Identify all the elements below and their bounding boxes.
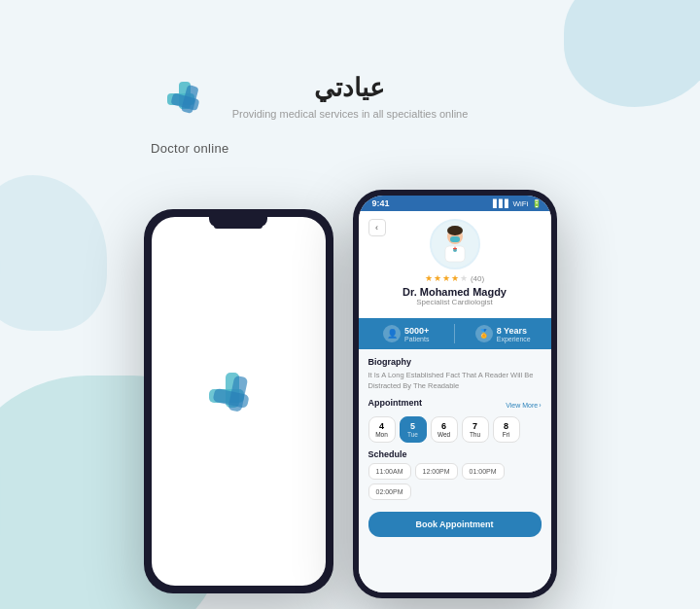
book-appointment-button[interactable]: Book Appointment	[368, 512, 542, 537]
date-day-fri: Fri	[503, 431, 510, 438]
view-more-text: View More	[506, 402, 538, 409]
patients-icon: 👤	[383, 325, 401, 342]
app-subtitle: Providing medical services in all specia…	[232, 108, 469, 120]
svg-rect-10	[450, 236, 460, 242]
time-pill-1pm[interactable]: 01:00PM	[462, 463, 505, 480]
appointment-title: Appointment	[368, 398, 423, 408]
status-icons: ▋▋▋ WiFi 🔋	[493, 199, 542, 208]
splash-logo	[204, 368, 272, 436]
phone-left-screen	[152, 217, 326, 586]
phone-left	[144, 209, 333, 593]
date-num-wed: 6	[441, 421, 446, 431]
date-pill-fri[interactable]: 8 Fri	[493, 416, 520, 443]
rating-count: (40)	[471, 274, 484, 283]
status-time: 9:41	[372, 198, 390, 208]
time-pill-11am[interactable]: 11:00AM	[368, 463, 411, 480]
battery-icon: 🔋	[532, 199, 542, 208]
phone-notch-left	[209, 217, 267, 227]
back-icon: ‹	[375, 223, 378, 233]
brand-logo	[163, 78, 217, 135]
phones-container: 9:41 ▋▋▋ WiFi 🔋 ‹	[0, 190, 700, 598]
date-pill-mon[interactable]: 4 Mon	[368, 416, 396, 443]
star-1: ★	[425, 273, 433, 283]
chevron-right-icon: ›	[539, 402, 541, 409]
date-pill-thu[interactable]: 7 Thu	[462, 416, 489, 443]
star-2: ★	[434, 273, 441, 283]
time-pills: 11:00AM 12:00PM 01:00PM 02:00PM	[368, 463, 542, 500]
date-day-thu: Thu	[470, 431, 480, 438]
schedule-title: Schedule	[368, 449, 542, 459]
wifi-icon: WiFi	[513, 199, 529, 208]
blob-top-right	[564, 0, 700, 107]
experience-text: 8 Years Experience	[497, 326, 531, 342]
date-day-mon: Mon	[375, 431, 388, 438]
stats-bar: 👤 5000+ Patients 🏅 8 Years Experience	[359, 318, 551, 349]
doctor-scroll-content: Biography It Is A Long Established Fact …	[359, 349, 551, 592]
time-pill-12pm[interactable]: 12:00PM	[415, 463, 458, 480]
signal-icon: ▋▋▋	[493, 199, 510, 208]
brand-name: Doctor online	[151, 141, 229, 156]
experience-value: 8 Years	[497, 326, 531, 336]
date-pills: 4 Mon 5 Tue 6 Wed 7 Thu	[368, 416, 542, 443]
star-4: ★	[451, 273, 459, 283]
date-day-wed: Wed	[438, 431, 450, 438]
time-pill-2pm[interactable]: 02:00PM	[368, 484, 411, 500]
experience-stat: 🏅 8 Years Experience	[455, 318, 551, 349]
svg-point-9	[447, 226, 463, 235]
svg-rect-14	[454, 247, 455, 251]
doctor-profile-header: ‹	[359, 211, 551, 318]
patients-stat: 👤 5000+ Patients	[359, 318, 455, 349]
patients-text: 5000+ Patients	[404, 326, 429, 342]
back-button[interactable]: ‹	[368, 219, 386, 236]
star-5: ★	[460, 273, 468, 283]
date-num-tue: 5	[410, 421, 415, 431]
star-3: ★	[442, 273, 450, 283]
date-num-thu: 7	[472, 421, 477, 431]
appointment-header: Appointment View More ›	[368, 398, 542, 412]
app-title: عيادتي	[232, 73, 469, 103]
phone-right: 9:41 ▋▋▋ WiFi 🔋 ‹	[353, 190, 557, 598]
rating-stars: ★ ★ ★ ★ ★ (40)	[425, 273, 484, 283]
experience-label: Experience	[497, 336, 531, 342]
doctor-avatar	[430, 219, 480, 269]
doctor-name: Dr. Mohamed Magdy	[402, 286, 507, 298]
biography-text: It Is A Long Established Fact That A Rea…	[368, 371, 542, 391]
phone-right-screen: 9:41 ▋▋▋ WiFi 🔋 ‹	[359, 196, 551, 592]
patients-label: Patients	[404, 336, 429, 342]
doctor-specialty: Specialist Cardiologist	[416, 298, 493, 306]
date-day-tue: Tue	[407, 431, 418, 438]
date-pill-wed[interactable]: 6 Wed	[431, 416, 458, 443]
date-pill-tue[interactable]: 5 Tue	[400, 416, 427, 443]
experience-icon: 🏅	[475, 325, 493, 342]
patients-value: 5000+	[404, 326, 429, 336]
status-bar: 9:41 ▋▋▋ WiFi 🔋	[359, 196, 551, 211]
biography-title: Biography	[368, 357, 542, 367]
date-num-fri: 8	[504, 421, 508, 431]
view-more-link[interactable]: View More ›	[506, 402, 541, 409]
date-num-mon: 4	[379, 421, 384, 431]
